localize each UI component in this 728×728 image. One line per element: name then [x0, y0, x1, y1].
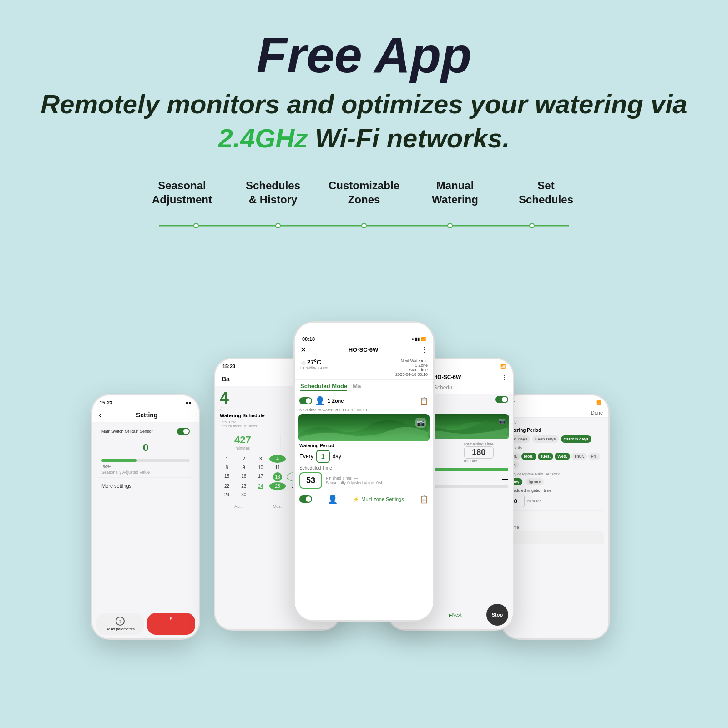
phone-notch [337, 323, 391, 334]
phones-container: 15:23 ●● ‹ Setting Main Switch Of Rain S… [27, 253, 701, 640]
page-title: Free App [257, 27, 472, 82]
feature-manual: ManualWatering [410, 178, 500, 212]
feature-schedules: Schedules& History [228, 178, 318, 212]
page-wrapper: Free App Remotely monitors and optimizes… [0, 0, 728, 728]
phone-left1: 15:23 ●● ‹ Setting Main Switch Of Rain S… [91, 394, 200, 640]
feature-zones: CustomizableZones [318, 178, 410, 212]
feature-setschedules: SetSchedules [500, 178, 592, 212]
feature-seasonal: SeasonalAdjustment [136, 178, 228, 212]
dot-line-container [159, 221, 569, 230]
page-subtitle: Remotely monitors and optimizes your wat… [27, 87, 701, 156]
phone-center: 00:18 ● ▮▮ 📶 ✕ HO-SC-6W ⋮ ☁️ 27°C Humidi… [293, 321, 435, 622]
features-bar: SeasonalAdjustment Schedules& History Cu… [27, 178, 701, 212]
phone-right1: 17 📶 Done Zone Watering Period Odd Days … [500, 394, 610, 640]
